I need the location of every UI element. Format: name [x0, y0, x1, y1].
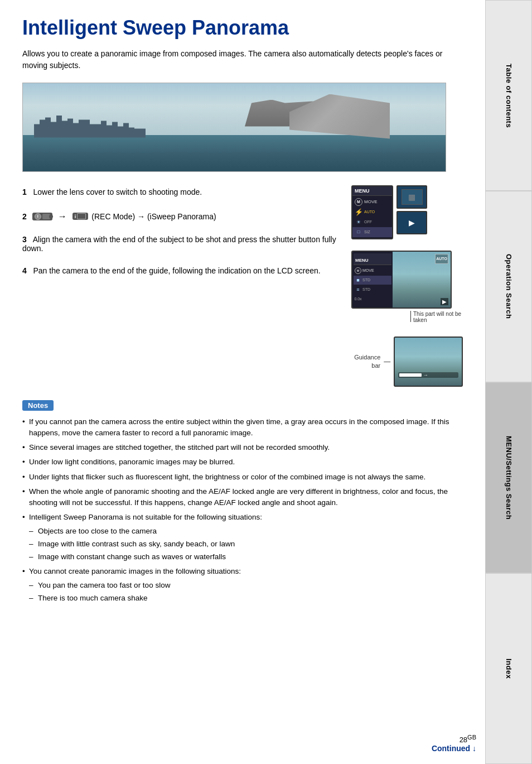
step-4-number: 4 — [22, 266, 27, 275]
sidebar-item-operation-search[interactable]: Operation Search — [485, 191, 532, 382]
list-item: When the whole angle of panoramic shooti… — [22, 486, 463, 509]
step-2: 2 i → i — [22, 212, 340, 222]
sub-list-2: You pan the camera too fast or too slow … — [29, 580, 463, 604]
list-item: Image with constant change such as waves… — [29, 551, 463, 563]
list-item: There is too much camera shake — [29, 593, 463, 604]
panorama-image — [22, 83, 446, 172]
notes-section: Notes If you cannot pan the camera acros… — [22, 400, 463, 604]
notes-list: If you cannot pan the camera across the … — [22, 416, 463, 604]
page-number: 28GB — [460, 736, 476, 744]
step-4: 4 Pan the camera to the end of the guide… — [22, 266, 340, 275]
rec-mode-icon: i — [32, 213, 52, 220]
isweep-icon: i — [72, 213, 89, 220]
step-1: 1 Lower the lens cover to switch to shoo… — [22, 186, 340, 198]
list-item: You pan the camera too fast or too slow — [29, 580, 463, 591]
step-3-caption: This part will not be taken — [351, 311, 463, 323]
list-item: Objects are too close to the camera — [29, 526, 463, 537]
step-1-number: 1 — [22, 188, 27, 196]
step-3-screenshot: MENU M MOVE ■ STD ≡ — [351, 251, 463, 323]
step-1-text: Lower the lens cover to switch to shooti… — [33, 188, 202, 196]
list-item: Intelligent Sweep Panorama is not suitab… — [22, 512, 463, 563]
step-4-text: Pan the camera to the end of the guide, … — [33, 266, 320, 275]
list-item: Since several images are stitched togeth… — [22, 442, 463, 453]
sidebar: Table of contents Operation Search MENU/… — [485, 0, 532, 764]
page-footer: 28GB Continued ↓ — [432, 734, 476, 753]
step-2-arrow: → — [58, 212, 67, 222]
step-2-text: (REC Mode) → (iSweep Panorama) — [91, 212, 216, 221]
page-title: Intelligent Sweep Panorama — [22, 17, 463, 39]
list-item: If you cannot pan the camera across the … — [22, 416, 463, 439]
step-3: 3 Align the camera with the end of the s… — [22, 235, 340, 253]
intro-text: Allows you to create a panoramic image f… — [22, 48, 457, 71]
sidebar-item-table-of-contents[interactable]: Table of contents — [485, 0, 532, 191]
step-3-number: 3 — [22, 235, 27, 244]
list-item: You cannot create panoramic images in th… — [22, 566, 463, 604]
sidebar-item-menu-settings-search[interactable]: MENU/Settings Search — [485, 382, 532, 573]
sub-list-1: Objects are too close to the camera Imag… — [29, 526, 463, 563]
list-item: Under low light conditions, panoramic im… — [22, 457, 463, 468]
notes-badge: Notes — [22, 400, 54, 411]
step-3-text: Align the camera with the end of the sub… — [22, 235, 336, 253]
list-item: Under lights that flicker such as fluore… — [22, 472, 463, 483]
step-4-screenshot: Guidance bar — → — [351, 337, 463, 387]
sidebar-item-index[interactable]: Index — [485, 573, 532, 764]
step-2-number: 2 — [22, 212, 27, 221]
list-item: Image with little contrast such as sky, … — [29, 539, 463, 550]
guidance-label: Guidance bar — [351, 353, 380, 369]
step-2-screenshot: MENU M MOVE ⚡ AUTO — [351, 185, 463, 239]
continued-indicator: Continued ↓ — [432, 744, 476, 753]
